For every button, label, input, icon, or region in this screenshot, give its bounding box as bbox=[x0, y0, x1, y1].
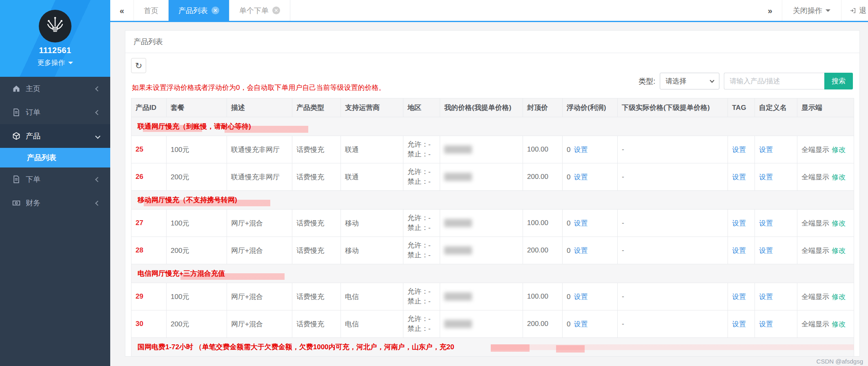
chevron-left-icon bbox=[95, 177, 100, 182]
custom-name-set-link[interactable]: 设置 bbox=[759, 146, 773, 154]
region-cell: 允许： bbox=[403, 357, 440, 357]
product-id-cell: 29 bbox=[131, 283, 167, 310]
sidebar-item-orders[interactable]: 订单 bbox=[0, 100, 110, 124]
display-edit-link[interactable]: 修改 bbox=[832, 293, 846, 301]
custom-name-set-link[interactable]: 设置 bbox=[759, 293, 773, 301]
main-area: « 首页 产品列表 ✕ 单个下单 ✕ » 关闭操作 bbox=[110, 0, 868, 366]
redacted-price-block bbox=[444, 219, 472, 227]
region-deny: 禁止：- bbox=[407, 177, 436, 187]
chevron-left-icon bbox=[95, 110, 100, 115]
tag-set-link[interactable]: 设置 bbox=[732, 146, 746, 154]
crown-icon bbox=[43, 14, 67, 38]
box-icon bbox=[12, 132, 20, 140]
display-cell: 全端显示修改 bbox=[797, 310, 854, 338]
display-edit-link[interactable]: 修改 bbox=[832, 146, 846, 154]
sidebar-subitem-product-list[interactable]: 产品列表 bbox=[0, 148, 110, 167]
filter-toolbar: 类型: 请选择 搜索 bbox=[639, 73, 853, 89]
tag-set-link[interactable]: 设置 bbox=[732, 173, 746, 181]
tab-single-order[interactable]: 单个下单 ✕ bbox=[229, 0, 290, 21]
type-select[interactable]: 请选择 bbox=[660, 73, 719, 89]
description-cell: 网厅+混合 bbox=[227, 210, 292, 237]
sidebar-item-products[interactable]: 产品 bbox=[0, 124, 110, 148]
display-edit-link[interactable]: 修改 bbox=[832, 219, 846, 227]
table-row: 27 100元 网厅+混合 话费慢充 移动 允许：- 禁止：- 100.00 0… bbox=[131, 210, 854, 237]
sub-price-cell: - bbox=[618, 237, 728, 264]
region-deny: 禁止：- bbox=[407, 250, 436, 260]
display-value: 全端显示 bbox=[801, 173, 829, 181]
display-cell: 全端显示修改 bbox=[797, 210, 854, 237]
table-row: 26 200元 联通慢充非网厅 话费慢充 联通 允许：- 禁止：- 200.00… bbox=[131, 163, 854, 191]
collapse-tabs-button[interactable]: « bbox=[110, 0, 134, 21]
custom-name-set-link[interactable]: 设置 bbox=[759, 173, 773, 181]
close-icon[interactable]: ✕ bbox=[211, 7, 219, 14]
custom-name-set-link[interactable]: 设置 bbox=[759, 219, 773, 227]
sidebar-menu: 主页 订单 产品 产品列表 bbox=[0, 77, 110, 215]
sub-price-cell: - bbox=[618, 163, 728, 191]
tag-set-link[interactable]: 设置 bbox=[732, 247, 746, 254]
float-price-value: 0 bbox=[567, 173, 570, 181]
display-value: 全端显示 bbox=[801, 247, 829, 254]
my-price-cell bbox=[440, 283, 523, 310]
sidebar-subitem-label: 产品列表 bbox=[27, 153, 56, 163]
sidebar: 1112561 更多操作 主页 订单 bbox=[0, 0, 110, 366]
float-price-set-link[interactable]: 设置 bbox=[574, 320, 588, 328]
custom-name-cell: 设置 bbox=[755, 136, 797, 163]
float-price-set-link[interactable]: 设置 bbox=[574, 146, 588, 154]
close-operations-dropdown[interactable]: 关闭操作 bbox=[782, 0, 841, 21]
chevron-left-icon bbox=[95, 86, 100, 92]
tag-set-link[interactable]: 设置 bbox=[732, 219, 746, 227]
col-header: 套餐 bbox=[167, 98, 227, 117]
sub-price-cell bbox=[618, 357, 728, 357]
display-edit-link[interactable]: 修改 bbox=[832, 173, 846, 181]
tab-product-list[interactable]: 产品列表 ✕ bbox=[169, 0, 229, 21]
forward-tabs-button[interactable]: » bbox=[758, 0, 782, 21]
close-icon[interactable]: ✕ bbox=[272, 7, 280, 14]
refresh-button[interactable]: ↻ bbox=[131, 58, 146, 73]
region-cell: 允许：- 禁止：- bbox=[403, 283, 440, 310]
col-header: TAG bbox=[728, 98, 755, 117]
sidebar-item-place-order[interactable]: 下单 bbox=[0, 167, 110, 191]
display-edit-link[interactable]: 修改 bbox=[832, 320, 846, 328]
col-header: 地区 bbox=[403, 98, 440, 117]
region-deny: 禁止：- bbox=[407, 150, 436, 159]
file-icon bbox=[12, 175, 20, 183]
package-cell: 100元 bbox=[167, 283, 227, 310]
float-price-set-link[interactable]: 设置 bbox=[574, 247, 588, 254]
table-row: 28 200元 网厅+混合 话费慢充 移动 允许：- 禁止：- 200.00 0… bbox=[131, 237, 854, 264]
tag-set-link[interactable]: 设置 bbox=[732, 320, 746, 328]
my-price-cell bbox=[440, 357, 523, 357]
tab-home[interactable]: 首页 bbox=[134, 0, 169, 21]
description-cell: 网厅+混合 bbox=[227, 310, 292, 338]
group-row: 国网电费1-72小时 （单笔交费金额需大于欠费金额，欠费1000内可充，河北户，… bbox=[131, 338, 854, 357]
display-cell: 全端显示修改 bbox=[797, 163, 854, 191]
carrier-cell: 电信 bbox=[341, 310, 403, 338]
cap-price-cell bbox=[523, 357, 563, 357]
display-edit-link[interactable]: 修改 bbox=[832, 247, 846, 254]
custom-name-set-link[interactable]: 设置 bbox=[759, 320, 773, 328]
redacted-price-block bbox=[444, 246, 472, 254]
float-price-set-link[interactable]: 设置 bbox=[574, 173, 588, 181]
search-button[interactable]: 搜索 bbox=[824, 73, 853, 89]
sidebar-item-home[interactable]: 主页 bbox=[0, 77, 110, 100]
package-cell: 100元 bbox=[167, 136, 227, 163]
group-row: 电信网厅慢充+三方混合充值 bbox=[131, 264, 854, 283]
region-deny: 禁止：- bbox=[407, 297, 436, 306]
more-actions-dropdown[interactable]: 更多操作 bbox=[38, 58, 73, 67]
panel-body: ↻ 类型: 请选择 搜索 如果未设置浮动价格或者浮动价为0，会自动 bbox=[125, 53, 859, 357]
display-value: 全端显示 bbox=[801, 320, 829, 328]
sidebar-item-finance[interactable]: 财务 bbox=[0, 191, 110, 215]
description-cell: 联通慢充非网厅 bbox=[227, 163, 292, 191]
tag-set-link[interactable]: 设置 bbox=[732, 293, 746, 301]
float-price-value: 0 bbox=[567, 320, 570, 328]
tag-cell: 设置 bbox=[728, 210, 755, 237]
logout-button[interactable]: 退 bbox=[841, 0, 868, 21]
cap-price-cell: 100.00 bbox=[523, 210, 563, 237]
sidebar-header: 1112561 更多操作 bbox=[0, 0, 110, 77]
search-group: 搜索 bbox=[724, 73, 853, 89]
float-price-set-link[interactable]: 设置 bbox=[574, 293, 588, 301]
float-price-set-link[interactable]: 设置 bbox=[574, 219, 588, 227]
search-input[interactable] bbox=[724, 73, 824, 89]
region-allow: 允许：- bbox=[407, 140, 436, 150]
custom-name-set-link[interactable]: 设置 bbox=[759, 247, 773, 254]
product-type-cell bbox=[292, 357, 341, 357]
